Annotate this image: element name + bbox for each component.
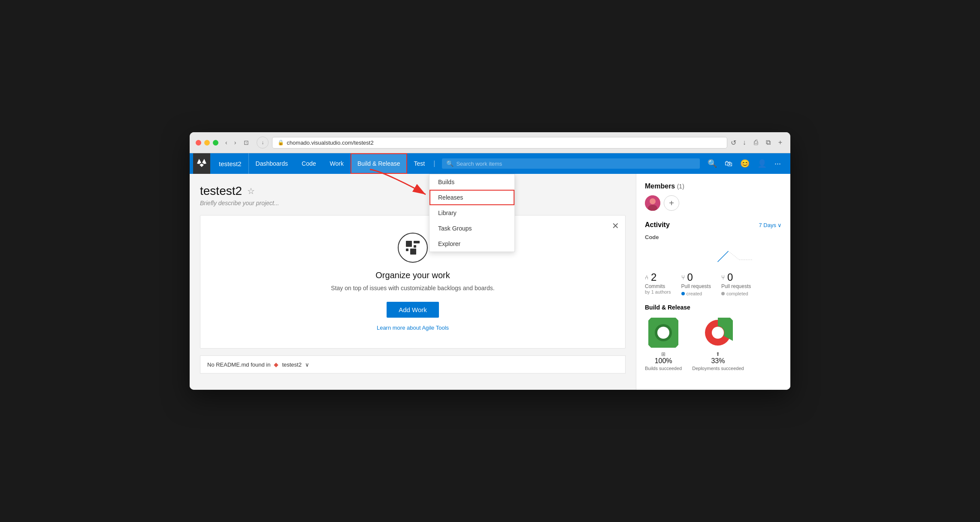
search-nav-icon[interactable]: 🔍 <box>705 157 720 170</box>
star-button[interactable]: ☆ <box>247 186 255 196</box>
builds-pct: 100% <box>645 357 682 365</box>
gem-icon: ◆ <box>274 361 278 368</box>
svg-rect-4 <box>406 249 408 251</box>
nav-search: 🔍 <box>437 158 705 169</box>
members-row: + <box>645 195 782 211</box>
deployments-pie-icon: ⬆ <box>692 351 744 357</box>
pr-created-stat: ⑂ 0 Pull requests created <box>681 271 711 297</box>
card-icon <box>398 233 428 263</box>
dropdown-item-task-groups[interactable]: Task Groups <box>430 221 514 236</box>
traffic-lights <box>196 140 218 146</box>
svg-rect-3 <box>414 245 416 248</box>
deployments-label: Deployments succeeded <box>692 366 744 371</box>
readme-expand[interactable]: ∨ <box>305 361 309 368</box>
commits-stat: ⑃ 2 Commits by 1 authors <box>645 271 671 297</box>
svg-line-9 <box>718 251 729 262</box>
url-text: chomado.visualstudio.com/testest2 <box>287 140 373 146</box>
learn-more-link[interactable]: Learn more about Agile Tools <box>209 325 617 331</box>
more-options-icon[interactable]: ··· <box>772 158 783 170</box>
dropdown-item-library[interactable]: Library <box>430 205 514 221</box>
card-subtitle: Stay on top of issues with customizable … <box>209 285 617 291</box>
nav-item-build-release[interactable]: Build & Release <box>351 153 407 174</box>
tab-view-button[interactable]: ⊡ <box>240 138 252 147</box>
member-avatar <box>645 195 660 211</box>
page-title: testest2 <box>200 184 242 198</box>
builds-pie-chart <box>648 318 678 348</box>
days-selector[interactable]: 7 Days ∨ <box>759 222 782 228</box>
deployments-pie-item: ⬆ 33% Deployments succeeded <box>692 318 744 371</box>
shopping-icon[interactable]: 🛍 <box>722 158 735 170</box>
search-icon: 🔍 <box>446 160 454 167</box>
svg-point-18 <box>712 327 724 339</box>
nav-icons: 🔍 🛍 😊 👤 ··· <box>705 157 787 170</box>
builds-pie-icon: ⊞ <box>645 351 682 357</box>
download-icon: ↓ <box>257 137 269 149</box>
card-title: Organize your work <box>209 270 617 280</box>
nav-items: Dashboards Code Work Build & Release Tes… <box>249 153 432 174</box>
commits-sublabel: by 1 authors <box>645 289 671 294</box>
members-section: Members (1) + <box>645 182 782 211</box>
new-tab-icon[interactable]: + <box>776 138 784 147</box>
address-bar[interactable]: 🔒 chomado.visualstudio.com/testest2 <box>272 137 727 149</box>
forward-button[interactable]: › <box>232 138 239 147</box>
close-traffic-light[interactable] <box>196 140 201 146</box>
build-release-sidebar-section: Build & Release <box>645 304 782 371</box>
page-header: testest2 ☆ <box>200 184 626 198</box>
reload-button[interactable]: ↺ <box>731 139 736 147</box>
builds-label: Builds succeeded <box>645 366 682 371</box>
browser-window: ‹ › ⊡ ↓ 🔒 chomado.visualstudio.com/teste… <box>190 132 790 390</box>
svg-point-7 <box>650 198 656 204</box>
nav-item-work[interactable]: Work <box>323 153 351 174</box>
svg-rect-1 <box>406 241 412 247</box>
share-icon[interactable]: ⎙ <box>752 138 760 147</box>
deployments-pct: 33% <box>692 357 744 365</box>
activity-title: Activity <box>645 221 670 229</box>
svg-point-15 <box>657 327 669 339</box>
page-description: Briefly describe your project... <box>200 200 626 206</box>
search-wrapper[interactable]: 🔍 <box>442 158 700 169</box>
svg-line-10 <box>729 251 739 260</box>
minimize-traffic-light[interactable] <box>204 140 210 146</box>
pie-charts-row: ⊞ 100% Builds succeeded <box>645 318 782 371</box>
browser-nav-buttons: ‹ › ⊡ <box>223 138 252 147</box>
app-logo <box>193 153 210 174</box>
nav-item-code[interactable]: Code <box>295 153 323 174</box>
dropdown-menu: Builds Releases Library Task Groups Expl… <box>429 174 515 252</box>
svg-rect-2 <box>414 241 420 243</box>
project-name[interactable]: testest2 <box>212 153 249 174</box>
members-title: Members (1) <box>645 182 782 190</box>
dropdown-item-explorer[interactable]: Explorer <box>430 236 514 252</box>
close-card-button[interactable]: ✕ <box>612 221 619 231</box>
tabs-icon[interactable]: ⧉ <box>764 138 773 147</box>
maximize-traffic-light[interactable] <box>213 140 218 146</box>
svg-rect-5 <box>410 249 416 255</box>
lock-icon: 🔒 <box>278 140 284 146</box>
pr-completed-stat: ⑂ 0 Pull requests completed <box>721 271 751 297</box>
download-action-icon[interactable]: ↓ <box>741 138 748 147</box>
user-icon[interactable]: 😊 <box>738 157 752 170</box>
dropdown-item-releases[interactable]: Releases <box>430 190 514 205</box>
commits-label: Commits <box>645 283 671 289</box>
activity-section: Activity 7 Days ∨ Code <box>645 221 782 371</box>
browser-actions: ↓ ⎙ ⧉ + <box>741 138 784 147</box>
build-release-sidebar-title: Build & Release <box>645 304 782 311</box>
dropdown-item-builds[interactable]: Builds <box>430 174 514 190</box>
avatar-icon[interactable]: 👤 <box>755 157 769 170</box>
code-label: Code <box>645 234 782 240</box>
readme-bar[interactable]: No README.md found in ◆ testest2 ∨ <box>200 355 626 373</box>
add-member-button[interactable]: + <box>664 195 679 211</box>
builds-pie-item: ⊞ 100% Builds succeeded <box>645 318 682 371</box>
search-input[interactable] <box>456 161 696 167</box>
nav-divider: | <box>432 160 437 167</box>
back-button[interactable]: ‹ <box>223 138 230 147</box>
browser-titlebar: ‹ › ⊡ ↓ 🔒 chomado.visualstudio.com/teste… <box>190 132 790 153</box>
readme-text: No README.md found in <box>207 361 270 368</box>
nav-item-test[interactable]: Test <box>407 153 432 174</box>
add-work-button[interactable]: Add Work <box>387 302 439 318</box>
nav-item-dashboards[interactable]: Dashboards <box>249 153 295 174</box>
code-chart <box>645 245 782 266</box>
app-nav: testest2 Dashboards Code Work Build & Re… <box>190 153 790 174</box>
members-count: (1) <box>677 183 684 190</box>
activity-header: Activity 7 Days ∨ <box>645 221 782 229</box>
code-stats: ⑃ 2 Commits by 1 authors ⑂ 0 Pull reques… <box>645 271 782 297</box>
